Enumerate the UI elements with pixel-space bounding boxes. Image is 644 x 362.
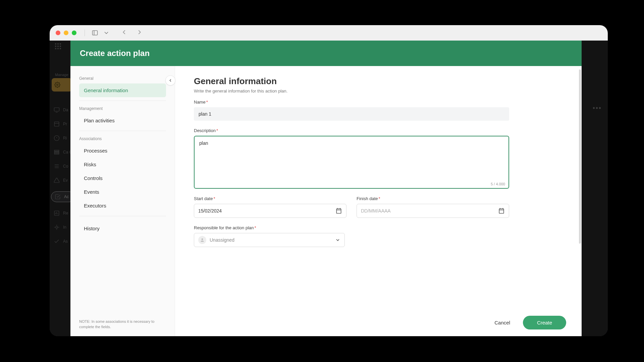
chevron-down-icon <box>335 237 340 243</box>
responsible-label: Responsible for the action plan* <box>194 225 509 230</box>
description-textarea[interactable] <box>195 136 508 187</box>
section-subtitle: Write the general information for this a… <box>194 88 566 94</box>
start-date-label: Start date* <box>194 196 346 201</box>
sidebar-note: NOTE: In some associations it is necessa… <box>70 314 175 332</box>
sidebar-item-history[interactable]: History <box>79 222 166 235</box>
section-title: General information <box>194 76 566 86</box>
svg-point-7 <box>54 136 59 141</box>
finish-date-field[interactable] <box>357 204 509 218</box>
sidebar-item-events[interactable]: Events <box>79 185 166 199</box>
finish-date-input[interactable] <box>361 208 495 214</box>
sidebar-toggle-icon[interactable] <box>90 28 100 38</box>
svg-point-2 <box>57 84 58 86</box>
svg-rect-0 <box>93 31 98 35</box>
modal-sidebar: General General information Management P… <box>70 66 175 336</box>
finish-date-label: Finish date* <box>357 196 509 201</box>
titlebar <box>50 25 608 41</box>
sidebar-item-controls[interactable]: Controls <box>79 171 166 185</box>
svg-rect-12 <box>54 153 59 154</box>
description-counter: 5 / 4.000 <box>491 182 505 186</box>
start-date-field[interactable] <box>194 204 346 218</box>
sidebar-item-plan-activities[interactable]: Plan activities <box>79 114 166 127</box>
svg-rect-11 <box>54 152 59 153</box>
nav-forward-button[interactable] <box>136 28 143 37</box>
chevron-down-icon[interactable] <box>102 28 111 38</box>
responsible-select[interactable]: Unassigned <box>194 233 345 247</box>
svg-rect-5 <box>54 122 59 126</box>
svg-rect-10 <box>54 150 59 151</box>
more-menu-icon: ••• <box>593 104 602 112</box>
modal-content: General information Write the general in… <box>175 66 582 336</box>
svg-rect-3 <box>54 108 59 111</box>
name-input[interactable] <box>194 107 509 121</box>
close-window-button[interactable] <box>56 31 60 35</box>
window-controls <box>56 31 76 35</box>
sidebar-group-general: General <box>79 76 166 81</box>
svg-point-20 <box>56 226 58 228</box>
apps-grid-icon <box>55 43 61 49</box>
description-label: Description* <box>194 128 509 133</box>
nav-back-button[interactable] <box>120 28 128 37</box>
scrollbar[interactable] <box>579 69 581 244</box>
sidebar-group-associations: Associations <box>79 136 166 141</box>
calendar-icon <box>335 207 342 214</box>
sidebar-item-executors[interactable]: Executors <box>79 199 166 213</box>
minimize-window-button[interactable] <box>64 31 68 35</box>
calendar-icon <box>498 207 505 214</box>
responsible-value: Unassigned <box>210 237 332 243</box>
cancel-button[interactable]: Cancel <box>490 316 515 329</box>
bg-org-chip <box>52 78 72 92</box>
sidebar-item-risks[interactable]: Risks <box>79 158 166 171</box>
fullscreen-window-button[interactable] <box>72 31 76 35</box>
svg-rect-16 <box>54 211 59 216</box>
collapse-sidebar-button[interactable] <box>165 75 175 85</box>
sidebar-item-processes[interactable]: Processes <box>79 144 166 158</box>
create-button[interactable]: Create <box>523 316 566 329</box>
sidebar-item-general-information[interactable]: General information <box>79 83 166 97</box>
modal-title: Create action plan <box>70 41 582 66</box>
sidebar-group-management: Management <box>79 106 166 111</box>
app-window: Manage Da Pr Ri Ca Co Co Ev Ac Re In As … <box>50 25 608 336</box>
svg-point-25 <box>202 238 203 240</box>
avatar-icon <box>198 236 206 244</box>
name-label: Name* <box>194 100 509 105</box>
start-date-input[interactable] <box>198 208 333 214</box>
create-action-plan-modal: Create action plan General General infor… <box>70 41 582 336</box>
bg-section-label: Manage <box>55 73 68 77</box>
